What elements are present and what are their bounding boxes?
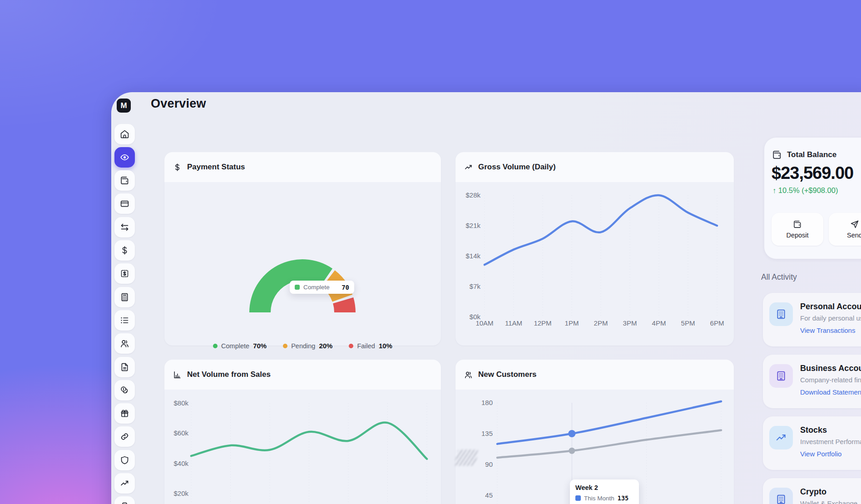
svg-text:90: 90 — [485, 460, 493, 468]
transfer-arrows-icon — [120, 222, 129, 232]
sidebar-item-coins[interactable] — [114, 380, 135, 400]
sidebar-item-gift[interactable] — [114, 403, 135, 424]
week-tooltip: Week 2 This Month 135 Last Month 110 — [570, 479, 639, 504]
deposit-label: Deposit — [786, 232, 808, 239]
send-button[interactable]: Send — [829, 213, 861, 246]
sidebar-item-list[interactable] — [114, 310, 135, 331]
legend-item: Pending20% — [283, 342, 332, 350]
tooltip-label: Complete — [303, 284, 330, 291]
card-header: Gross Volume (Daily) — [455, 152, 734, 182]
all-activity-heading: All Activity — [761, 272, 797, 282]
send-label: Send — [847, 232, 861, 239]
legend-dot — [283, 344, 287, 348]
card-title: Gross Volume (Daily) — [478, 163, 556, 172]
activity-title: Stocks — [800, 425, 827, 435]
svg-text:$20k: $20k — [173, 489, 188, 497]
app-background: M Overview Payment Status Complete 70 Co… — [0, 0, 861, 504]
activity-card-personal-account[interactable]: Personal AccountFor daily personal useVi… — [763, 293, 861, 346]
trending-up-icon — [775, 432, 787, 444]
legend-label: Pending — [291, 342, 315, 350]
activity-icon-tile — [769, 364, 793, 388]
users-icon — [464, 371, 473, 379]
activity-card-business-account[interactable]: Business AccountCompany-related finances… — [763, 355, 861, 408]
legend-label: Complete — [221, 342, 249, 350]
sidebar-item-receipt-dollar[interactable] — [114, 263, 135, 284]
users-icon — [120, 339, 129, 348]
legend-value: 10% — [379, 342, 392, 350]
gross-volume-chart[interactable]: $28k$21k$14k$7k$0k10AM11AM12PM1PM2PM3PM4… — [455, 182, 734, 346]
building-icon — [775, 370, 787, 382]
activity-card-crypto[interactable]: CryptoWallet & Exchange — [763, 478, 861, 504]
card-title: New Customers — [478, 370, 536, 379]
activity-link[interactable]: View Portfolio — [800, 450, 841, 458]
activity-title: Business Account — [800, 364, 861, 373]
activity-link[interactable]: View Transactions — [800, 326, 855, 334]
activity-icon-tile — [769, 302, 793, 326]
payment-status-body: Complete 70 Complete70%Pending20%Failed1… — [164, 182, 441, 346]
tooltip-swatch — [295, 285, 300, 290]
svg-text:$14k: $14k — [465, 252, 480, 260]
sidebar-item-home[interactable] — [114, 124, 135, 144]
bar-chart-icon — [173, 371, 182, 379]
sidebar-item-link[interactable] — [114, 426, 135, 447]
activity-card-stocks[interactable]: StocksInvestment PerformanceView Portfol… — [763, 416, 861, 470]
new-customers-body: 1801359045 Week 2 This Month 135 Last Mo… — [455, 390, 734, 504]
svg-text:45: 45 — [485, 491, 493, 499]
document-icon — [120, 362, 129, 372]
activity-subtitle: For daily personal use — [800, 314, 861, 322]
activity-link[interactable]: Download Statements — [800, 388, 861, 396]
card-header: Payment Status — [164, 152, 441, 182]
svg-text:6PM: 6PM — [710, 319, 724, 327]
credit-card-icon — [120, 199, 129, 208]
tooltip-value: 135 — [618, 494, 628, 502]
svg-text:135: 135 — [481, 430, 493, 437]
balance-amount: $23,569.00 — [772, 163, 853, 183]
send-icon — [850, 220, 859, 229]
sidebar-item-wallet[interactable] — [114, 170, 135, 191]
payment-status-card: Payment Status Complete 70 Complete70%Pe… — [164, 152, 441, 346]
sidebar-item-trending-up[interactable] — [114, 473, 135, 494]
svg-text:180: 180 — [481, 399, 493, 406]
sidebar-item-shield[interactable] — [114, 450, 135, 470]
calculator-icon — [120, 292, 129, 302]
app-logo[interactable]: M — [117, 99, 131, 113]
legend-value: 20% — [319, 342, 332, 350]
svg-text:$7k: $7k — [470, 282, 481, 290]
balance-header: Total Balance — [772, 150, 836, 160]
sidebar-item-credit-card[interactable] — [114, 193, 135, 214]
card-header: Net Volume from Sales — [164, 360, 441, 390]
net-volume-body: $80k$60k$40k$20k — [164, 390, 441, 504]
legend-label: Failed — [357, 342, 375, 350]
activity-title: Crypto — [800, 487, 826, 497]
tooltip-value: 70 — [341, 284, 349, 291]
svg-text:11AM: 11AM — [505, 319, 522, 327]
page-title: Overview — [151, 97, 206, 111]
sidebar-item-calculator[interactable] — [114, 287, 135, 307]
list-icon — [120, 316, 129, 325]
shield-icon — [120, 455, 129, 465]
svg-text:2PM: 2PM — [594, 319, 608, 327]
sidebar-item-device[interactable] — [114, 496, 135, 504]
svg-text:$80k: $80k — [173, 399, 188, 407]
sidebar-item-dollar[interactable] — [114, 240, 135, 261]
balance-change: ↑ 10.5% (+$908.00) — [772, 186, 838, 195]
gross-volume-body: $28k$21k$14k$7k$0k10AM11AM12PM1PM2PM3PM4… — [455, 182, 734, 346]
total-balance-card: Total Balance $23,569.00 ↑ 10.5% (+$908.… — [764, 138, 861, 259]
legend-item: Failed10% — [349, 342, 392, 350]
legend-value: 70% — [253, 342, 267, 350]
sidebar-item-eye[interactable] — [114, 147, 135, 168]
home-icon — [120, 129, 129, 139]
net-volume-card: Net Volume from Sales $80k$60k$40k$20k — [164, 360, 441, 504]
legend-dot — [213, 344, 218, 348]
sidebar-item-transfer-arrows[interactable] — [114, 217, 135, 237]
link-icon — [120, 432, 129, 441]
sidebar-item-document[interactable] — [114, 357, 135, 377]
sidebar-item-users[interactable] — [114, 333, 135, 354]
deposit-button[interactable]: Deposit — [772, 213, 823, 246]
activity-subtitle: Wallet & Exchange — [800, 499, 857, 504]
tooltip-row: This Month 135 — [575, 494, 633, 502]
dollar-icon — [120, 246, 129, 255]
net-volume-chart[interactable]: $80k$60k$40k$20k — [164, 390, 441, 504]
svg-text:1PM: 1PM — [565, 319, 579, 327]
new-customers-card: New Customers 1801359045 Week 2 This Mon… — [455, 360, 734, 504]
